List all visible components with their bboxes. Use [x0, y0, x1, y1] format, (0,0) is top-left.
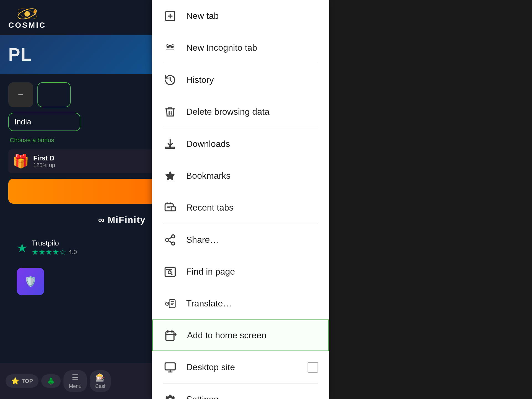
top-star-icon: ⭐ — [11, 377, 19, 385]
menu-label-find-in-page: Find in page — [186, 267, 318, 277]
translate-icon: G — [163, 296, 177, 311]
menu-label-desktop-site: Desktop site — [186, 362, 299, 372]
bonus-title: First D — [33, 154, 55, 162]
minus-button[interactable]: − — [8, 82, 33, 107]
svg-line-20 — [168, 241, 172, 242]
menu-label-share: Share… — [186, 235, 318, 245]
menu-nav-label: Menu — [69, 383, 81, 389]
menu-item-add-to-home-screen[interactable]: Add to home screen — [152, 319, 329, 351]
menu-item-new-incognito-tab[interactable]: New Incognito tab — [152, 32, 329, 64]
svg-rect-31 — [166, 331, 174, 341]
menu-item-translate[interactable]: G Translate… — [152, 288, 329, 319]
mifinity-text: MiFinity — [108, 215, 146, 225]
bookmarks-icon — [163, 169, 177, 183]
menu-label-settings: Settings — [186, 394, 318, 399]
menu-item-recent-tabs[interactable]: Recent tabs — [152, 192, 329, 224]
svg-marker-12 — [165, 171, 175, 180]
menu-label-translate: Translate… — [186, 298, 318, 309]
casino-icon: 🎰 — [95, 373, 105, 382]
menu-item-history[interactable]: History — [152, 64, 329, 96]
play-text: PL — [8, 44, 32, 65]
trustpilot-rating: 4.0 — [68, 249, 77, 256]
settings-icon — [163, 392, 177, 399]
svg-line-21 — [168, 237, 172, 239]
tree-icon: 🌲 — [47, 377, 55, 385]
new-tab-icon — [163, 9, 177, 23]
svg-rect-27 — [169, 300, 175, 308]
bonus-subtitle: 125% up — [33, 162, 55, 168]
find-icon — [163, 265, 177, 279]
menu-item-new-tab[interactable]: New tab — [152, 0, 329, 32]
share-icon — [163, 233, 177, 247]
menu-label-new-tab: New tab — [186, 11, 318, 21]
trustpilot-star-icon: ★ — [17, 241, 27, 255]
trustpilot-stars-icon: ★★★★☆ — [32, 247, 66, 257]
vpn-badge-icon: 🛡️ — [17, 268, 44, 295]
svg-rect-15 — [167, 207, 170, 208]
svg-point-11 — [170, 146, 171, 147]
top-nav-item[interactable]: ⭐ TOP — [6, 374, 39, 388]
value-display — [37, 82, 71, 107]
menu-item-bookmarks[interactable]: Bookmarks — [152, 160, 329, 192]
menu-label-delete-browsing-data: Delete browsing data — [186, 107, 318, 117]
menu-item-find-in-page[interactable]: Find in page — [152, 256, 329, 288]
menu-label-recent-tabs: Recent tabs — [186, 203, 318, 213]
menu-label-history: History — [186, 75, 318, 85]
casino-nav-item[interactable]: 🎰 Casi — [90, 370, 111, 392]
svg-rect-32 — [165, 363, 175, 370]
svg-rect-9 — [167, 46, 174, 47]
history-icon — [163, 73, 177, 87]
menu-nav-item[interactable]: ☰ Menu — [63, 370, 87, 392]
casino-nav-label: Casi — [95, 383, 105, 389]
hamburger-icon: ☰ — [72, 373, 79, 382]
desktop-icon — [163, 360, 177, 375]
menu-label-add-to-home-screen: Add to home screen — [187, 330, 317, 341]
cosmic-orbit-icon — [16, 6, 38, 22]
gift-icon: 🎁 — [12, 154, 29, 169]
add-home-icon — [164, 328, 178, 343]
trustpilot-name: Trustpilo — [32, 239, 77, 247]
trash-icon — [163, 105, 177, 119]
menu-label-downloads: Downloads — [186, 139, 318, 149]
svg-point-2 — [24, 11, 30, 17]
svg-rect-14 — [167, 206, 171, 206]
chrome-context-menu: New tab New Incognito tab History Delete… — [152, 0, 329, 399]
desktop-site-checkbox[interactable] — [308, 362, 318, 373]
menu-item-delete-browsing-data[interactable]: Delete browsing data — [152, 96, 329, 128]
svg-rect-10 — [166, 49, 174, 50]
second-nav-item[interactable]: 🌲 — [41, 374, 61, 388]
cosmic-logo: COSMIC — [8, 6, 46, 30]
top-label: TOP — [22, 378, 33, 384]
menu-item-share[interactable]: Share… — [152, 224, 329, 256]
downloads-icon — [163, 137, 177, 151]
incognito-icon — [163, 41, 177, 55]
recent-tabs-icon — [163, 201, 177, 215]
svg-rect-22 — [165, 267, 175, 276]
menu-label-bookmarks: Bookmarks — [186, 171, 318, 181]
menu-item-settings[interactable]: Settings — [152, 383, 329, 399]
menu-item-desktop-site[interactable]: Desktop site — [152, 351, 329, 383]
country-select[interactable]: India — [8, 113, 80, 131]
svg-line-24 — [171, 273, 172, 275]
svg-point-3 — [34, 10, 36, 13]
svg-rect-16 — [171, 207, 175, 211]
menu-label-new-incognito-tab: New Incognito tab — [186, 43, 318, 53]
menu-item-downloads[interactable]: Downloads — [152, 128, 329, 160]
